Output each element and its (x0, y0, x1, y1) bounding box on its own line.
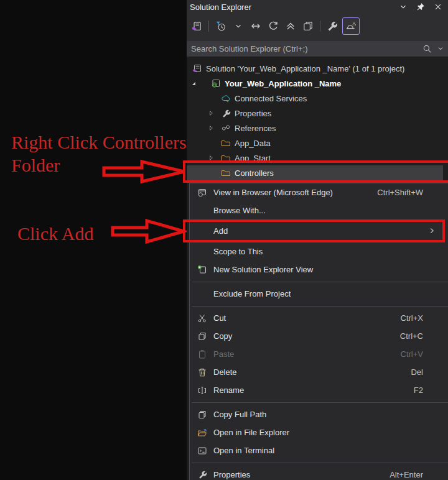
menu-item-delete[interactable]: Delete Del (190, 363, 448, 381)
menu-item-copy[interactable]: Copy Ctrl+C (190, 327, 448, 345)
sync-with-active-document-icon[interactable] (248, 19, 263, 34)
terminal-icon (195, 446, 210, 456)
filter-dropdown-icon[interactable] (231, 19, 246, 34)
browser-icon (195, 188, 210, 198)
expanded-arrow-icon[interactable] (189, 78, 198, 88)
tree-item-label: Controllers (235, 168, 274, 178)
menu-item-shortcut: Del (411, 367, 423, 377)
menu-item-label: Copy (213, 331, 232, 341)
search-row (187, 39, 448, 57)
menu-item-shortcut: Ctrl+V (401, 349, 423, 359)
tree-item-app-start[interactable]: App_Start (187, 150, 448, 165)
tree-item-app-data[interactable]: App_Data (187, 136, 448, 150)
menu-item-label: New Solution Explorer View (213, 265, 313, 274)
preview-selected-items-icon[interactable] (342, 17, 360, 35)
collapsed-arrow-icon[interactable] (207, 108, 215, 118)
properties-wrench-icon[interactable] (325, 19, 340, 34)
tree-item-label: Connected Services (235, 94, 307, 103)
note-line: Right Click Controllers (11, 131, 187, 154)
tree-item-label: References (235, 124, 276, 133)
add-annotation-box: Add (183, 219, 445, 242)
collapsed-arrow-icon[interactable] (207, 153, 215, 163)
menu-item-shortcut: Ctrl+C (400, 331, 423, 341)
menu-item-shortcut: F2 (414, 385, 423, 395)
menu-item-label: Scope to This (213, 247, 263, 256)
tree-item-project[interactable]: Your_Web_Application _Name (187, 76, 448, 91)
menu-item-label: Open in Terminal (213, 446, 274, 455)
menu-item-browse-with[interactable]: Browse With... (190, 201, 448, 219)
menu-item-label: Exclude From Project (213, 289, 291, 298)
web-project-icon (210, 78, 222, 88)
tree-item-label: Your_Web_Application _Name (225, 79, 341, 88)
rename-icon (195, 385, 210, 395)
menu-item-cut[interactable]: Cut Ctrl+X (190, 309, 448, 327)
tree-item-label: App_Data (235, 139, 271, 148)
click-add-note: Click Add (17, 222, 94, 245)
menu-item-shortcut: Ctrl+X (401, 313, 423, 323)
folder-icon (220, 153, 231, 163)
menu-separator (190, 279, 448, 285)
references-icon (220, 123, 231, 133)
menu-item-label: Browse With... (213, 206, 266, 215)
submenu-chevron-icon (427, 226, 436, 235)
menu-item-label: Open in File Explorer (213, 428, 289, 437)
menu-item-add[interactable]: Add (185, 222, 442, 240)
menu-item-paste[interactable]: Paste Ctrl+V (190, 345, 448, 363)
collapsed-arrow-icon[interactable] (207, 123, 215, 133)
menu-item-shortcut: Alt+Enter (390, 470, 423, 479)
menu-item-label: Cut (213, 313, 226, 323)
switch-views-icon[interactable] (189, 19, 204, 34)
menu-separator (190, 303, 448, 309)
pending-changes-filter-icon[interactable] (213, 19, 228, 34)
arrow-to-controllers-icon (102, 159, 187, 184)
close-icon[interactable] (433, 2, 443, 12)
tree-item-references[interactable]: References (187, 121, 448, 136)
menu-separator (190, 459, 448, 466)
connected-services-icon (220, 93, 231, 103)
refresh-icon[interactable] (266, 19, 281, 34)
tree-item-connected-services[interactable]: Connected Services (187, 91, 448, 106)
context-menu: View in Browser (Microsoft Edge) Ctrl+Sh… (189, 183, 448, 480)
menu-item-label: Copy Full Path (213, 410, 266, 419)
tree-item-solution[interactable]: Solution 'Your_Web_Application _Name' (1… (187, 61, 448, 76)
copy-icon (195, 410, 210, 420)
trash-icon (195, 367, 210, 377)
menu-separator (190, 399, 448, 405)
wrench-icon (195, 470, 210, 480)
show-all-files-icon[interactable] (301, 19, 315, 34)
wrench-icon (220, 108, 231, 118)
menu-item-properties[interactable]: Properties Alt+Enter (190, 466, 448, 480)
menu-item-new-solution-explorer-view[interactable]: New Solution Explorer View (190, 261, 448, 279)
tree-item-label: Solution 'Your_Web_Application _Name' (1… (206, 64, 404, 73)
pin-icon[interactable] (416, 2, 426, 12)
collapse-all-icon[interactable] (283, 19, 298, 34)
clipboard-icon (195, 349, 210, 359)
menu-item-open-in-terminal[interactable]: Open in Terminal (190, 441, 448, 459)
folder-icon (220, 168, 231, 178)
arrow-to-add-icon (111, 218, 187, 245)
search-input[interactable] (187, 41, 448, 56)
chevron-down-icon[interactable] (398, 2, 408, 12)
solution-icon (192, 63, 203, 73)
panel-titlebar: Solution Explorer (187, 0, 448, 14)
panel-toolbar (187, 14, 448, 39)
menu-item-open-in-file-explorer[interactable]: Open in File Explorer (190, 423, 448, 441)
menu-item-label: Rename (213, 385, 244, 395)
copy-icon (195, 331, 210, 341)
tree-item-controllers[interactable]: Controllers (187, 165, 443, 180)
search-icon[interactable] (422, 44, 432, 53)
menu-item-label: Paste (213, 349, 234, 359)
menu-item-scope-to-this[interactable]: Scope to This (190, 242, 448, 261)
open-folder-icon (195, 428, 210, 438)
menu-item-copy-full-path[interactable]: Copy Full Path (190, 405, 448, 423)
new-view-icon (195, 265, 210, 275)
tree-item-properties[interactable]: Properties (187, 106, 448, 121)
search-options-chevron-icon[interactable] (437, 45, 444, 52)
panel-title: Solution Explorer (190, 2, 251, 12)
menu-item-shortcut: Ctrl+Shift+W (377, 188, 423, 197)
menu-item-label: Properties (213, 470, 250, 479)
menu-item-exclude-from-project[interactable]: Exclude From Project (190, 285, 448, 303)
menu-item-view-in-browser[interactable]: View in Browser (Microsoft Edge) Ctrl+Sh… (190, 183, 448, 201)
menu-item-label: View in Browser (Microsoft Edge) (213, 188, 333, 197)
menu-item-rename[interactable]: Rename F2 (190, 381, 448, 399)
